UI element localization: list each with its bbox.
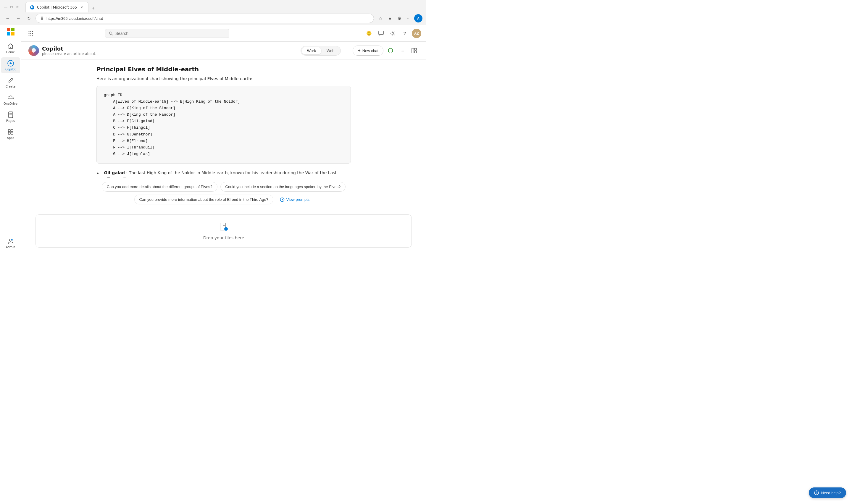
copilot-subtitle: please create an article about... <box>42 52 98 56</box>
input-area: Drop your files here <box>21 211 426 252</box>
svg-rect-2 <box>7 28 10 31</box>
url-input[interactable] <box>47 16 369 21</box>
code-line-1: graph TD <box>104 92 343 98</box>
shield-button[interactable] <box>386 46 395 55</box>
copilot-icon <box>7 60 14 67</box>
suggestions-row-2: Can you provide more information about t… <box>36 195 412 204</box>
suggestions: Can you add more details about the diffe… <box>21 178 426 211</box>
svg-rect-12 <box>8 129 10 132</box>
new-tab-button[interactable]: + <box>89 4 97 13</box>
copilot-title: Copilot <box>42 46 98 52</box>
tab-favicon: M <box>30 5 35 10</box>
code-line-10: G --> J[Legolas] <box>104 151 343 157</box>
ms-logo <box>6 28 15 37</box>
chat-content: Principal Elves of Middle-earth Here is … <box>96 66 351 178</box>
view-prompts-label: View prompts <box>286 197 310 202</box>
layout-button[interactable] <box>410 46 419 55</box>
bullet-content-1: Gil-galad : The last High King of the No… <box>104 169 351 178</box>
drop-text: Drop your files here <box>203 235 244 240</box>
more-options-button[interactable]: ··· <box>398 46 407 55</box>
sidebar-item-apps[interactable]: Apps <box>1 126 20 142</box>
code-line-6: C --> F[Thingol] <box>104 125 343 131</box>
emoji-button[interactable]: 🙂 <box>364 29 374 38</box>
settings-button[interactable] <box>388 29 398 38</box>
svg-point-19 <box>31 31 31 32</box>
tab-close-button[interactable]: ✕ <box>79 5 84 10</box>
favorites-icon[interactable]: ☆ <box>376 14 385 22</box>
svg-point-21 <box>29 33 30 34</box>
svg-point-26 <box>32 35 33 36</box>
sidebar-item-copilot[interactable]: Copilot <box>1 57 20 73</box>
term-1-text: : The last High King of the Noldor in Mi… <box>104 170 337 178</box>
svg-rect-32 <box>415 48 417 50</box>
svg-point-24 <box>29 35 30 36</box>
admin-icon <box>7 237 14 245</box>
copilot-info: Copilot please create an article about..… <box>42 46 98 56</box>
header-actions: + New chat ··· <box>352 46 419 56</box>
svg-point-7 <box>10 62 12 64</box>
main-content: 🙂 ? AZ Copilot <box>21 25 426 252</box>
svg-rect-29 <box>379 31 383 35</box>
minimize-button[interactable]: — <box>3 5 8 9</box>
sidebar-item-pages[interactable]: Pages <box>1 109 20 125</box>
refresh-button[interactable]: ↻ <box>25 14 33 22</box>
browser-tab[interactable]: M Copilot | Microsoft 365 ✕ <box>25 2 88 13</box>
term-1: Gil-galad <box>104 170 125 175</box>
maximize-button[interactable]: □ <box>10 5 14 9</box>
prompts-icon: ✦ <box>280 197 285 202</box>
sidebar-item-onedrive-label: OneDrive <box>3 102 17 105</box>
plus-icon: + <box>358 48 360 53</box>
svg-rect-33 <box>415 51 417 53</box>
suggestion-chip-3[interactable]: Can you provide more information about t… <box>134 195 273 204</box>
waffle-menu-button[interactable] <box>26 29 36 38</box>
apps-icon <box>7 128 14 136</box>
onedrive-icon <box>7 94 14 101</box>
help-button[interactable]: ? <box>400 29 410 38</box>
toggle-work-button[interactable]: Work <box>302 47 321 54</box>
svg-point-30 <box>392 33 394 34</box>
extensions-icon[interactable]: ⚙ <box>395 14 403 22</box>
svg-point-20 <box>32 31 33 32</box>
copilot-logo-area: Copilot please create an article about..… <box>29 45 98 56</box>
lock-icon <box>40 16 44 20</box>
search-input[interactable] <box>115 31 225 36</box>
svg-point-27 <box>109 32 112 34</box>
code-line-7: D --> G[Denethor] <box>104 131 343 138</box>
pages-icon <box>7 111 14 118</box>
code-line-9: F --> I[Thranduil] <box>104 144 343 151</box>
search-bar[interactable] <box>105 29 229 38</box>
sidebar-item-admin-label: Admin <box>6 246 15 249</box>
profile-button[interactable]: A <box>414 14 422 22</box>
chat-button[interactable] <box>376 29 386 38</box>
sidebar-item-admin[interactable]: Admin <box>1 235 20 251</box>
top-bar: 🙂 ? AZ <box>21 25 426 42</box>
file-drop-icon <box>219 222 229 233</box>
tab-title: Copilot | Microsoft 365 <box>37 5 77 10</box>
svg-rect-31 <box>412 48 414 53</box>
file-drop-zone[interactable]: Drop your files here <box>36 214 412 248</box>
forward-button[interactable]: → <box>14 14 22 22</box>
sidebar-item-pages-label: Pages <box>6 119 15 123</box>
svg-rect-14 <box>8 132 10 134</box>
address-bar[interactable] <box>36 14 374 23</box>
more-button[interactable]: ··· <box>405 14 413 22</box>
sidebar-item-onedrive[interactable]: OneDrive <box>1 92 20 108</box>
suggestion-chip-2[interactable]: Could you include a section on the langu… <box>220 182 346 192</box>
code-line-8: E --> H[Elrond] <box>104 138 343 144</box>
code-line-4: A --> D[King of the Nandor] <box>104 111 343 118</box>
sidebar-item-home[interactable]: Home <box>1 40 20 56</box>
toggle-web-button[interactable]: Web <box>321 47 340 54</box>
sidebar-item-create-label: Create <box>6 85 15 88</box>
close-button[interactable]: ✕ <box>15 5 19 9</box>
user-avatar[interactable]: AZ <box>412 29 421 38</box>
svg-rect-15 <box>11 132 13 134</box>
code-line-2: A[Elves of Middle-earth] --> B[High King… <box>104 98 343 105</box>
collections-icon[interactable]: ★ <box>386 14 394 22</box>
view-prompts-button[interactable]: ✦ View prompts <box>276 195 313 204</box>
sidebar-item-create[interactable]: Create <box>1 74 20 90</box>
new-chat-button[interactable]: + New chat <box>352 46 383 56</box>
suggestion-chip-1[interactable]: Can you add more details about the diffe… <box>102 182 217 192</box>
chat-area[interactable]: Principal Elves of Middle-earth Here is … <box>21 60 426 178</box>
svg-rect-4 <box>7 32 10 36</box>
back-button[interactable]: ← <box>3 14 12 22</box>
